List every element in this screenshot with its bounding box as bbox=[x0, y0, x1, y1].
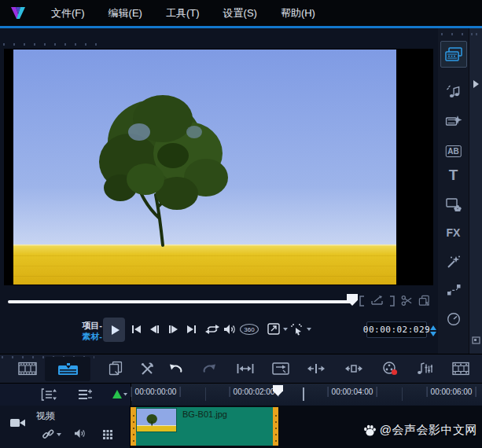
video-frame bbox=[4, 49, 433, 285]
sidebar-filter-button[interactable]: FX bbox=[447, 226, 461, 239]
app-window: 文件(F) 编辑(E) 工具(T) 设置(S) 帮助(H) bbox=[0, 0, 482, 448]
project-mode-button[interactable]: 项目- bbox=[66, 320, 102, 331]
mark-in-button[interactable] bbox=[359, 296, 365, 307]
timeline-toolbar bbox=[0, 354, 482, 383]
resize-mode-button[interactable] bbox=[267, 323, 288, 336]
select-mode-button[interactable] bbox=[291, 323, 311, 336]
track-tools bbox=[0, 384, 131, 406]
watermark: @会声会影中文网 bbox=[363, 423, 477, 438]
timecode-display[interactable]: 00:00:02:029 bbox=[366, 321, 427, 338]
render-button[interactable] bbox=[382, 362, 398, 376]
track-manager-button[interactable] bbox=[78, 388, 92, 401]
range-button[interactable] bbox=[272, 362, 289, 375]
clip-thumbnail bbox=[136, 408, 177, 432]
go-to-end-button[interactable] bbox=[187, 324, 197, 335]
trim-button[interactable] bbox=[370, 296, 384, 306]
copy-button[interactable] bbox=[109, 362, 123, 376]
sidebar-media-button[interactable] bbox=[440, 41, 467, 68]
play-icon bbox=[112, 325, 120, 335]
snapshot-button[interactable] bbox=[418, 295, 430, 307]
menu-tools[interactable]: 工具(T) bbox=[154, 0, 212, 26]
go-to-start-button[interactable] bbox=[131, 324, 141, 335]
clip-mode-button[interactable]: 素材- bbox=[66, 331, 102, 342]
spinner-up-icon bbox=[430, 322, 436, 330]
tools-button[interactable] bbox=[140, 362, 154, 376]
menu-edit[interactable]: 编辑(E) bbox=[97, 0, 154, 26]
timecode-spinner[interactable] bbox=[430, 322, 436, 340]
next-frame-button[interactable] bbox=[168, 324, 178, 335]
ripple-edit-button[interactable] bbox=[307, 363, 325, 374]
redo-button[interactable] bbox=[202, 363, 216, 375]
timeline-clip[interactable]: BG-B01.jpg bbox=[131, 407, 278, 446]
ruler-label-1: 00:00:02:00 bbox=[230, 387, 279, 397]
panel-corner-icon bbox=[472, 336, 480, 344]
sidebar-ab-transition-button[interactable]: AB bbox=[445, 145, 461, 157]
preview-panel: 项目- 素材- 360 bbox=[0, 28, 438, 354]
split-clip-button[interactable] bbox=[401, 295, 413, 307]
previous-frame-button[interactable] bbox=[150, 324, 160, 335]
panel-grip-dots[interactable] bbox=[3, 43, 102, 46]
strip-grip-dots bbox=[471, 33, 480, 35]
clip-name: BG-B01.jpg bbox=[182, 409, 227, 419]
video-track-icon bbox=[9, 417, 26, 428]
menu-file[interactable]: 文件(F) bbox=[39, 0, 97, 26]
video-track-lane[interactable]: BG-B01.jpg @会声会影中文网 bbox=[131, 406, 482, 448]
playback-controls: 项目- 素材- 360 bbox=[0, 317, 438, 351]
clip-trim-handle-right[interactable] bbox=[273, 407, 278, 446]
ruler-label-3: 00:00:06:00 bbox=[427, 387, 476, 397]
track-transparency-button[interactable] bbox=[103, 430, 112, 439]
ruler-label-2: 00:00:04:00 bbox=[328, 387, 377, 397]
track-list-button[interactable] bbox=[41, 388, 57, 401]
sidebar-overlay-button[interactable] bbox=[446, 197, 462, 211]
fit-project-button[interactable] bbox=[237, 363, 254, 374]
app-logo-icon bbox=[9, 6, 27, 21]
chroma-key-button[interactable] bbox=[112, 389, 127, 400]
timeline-ruler[interactable]: 00:00:00:00 00:00:02:00 00:00:04:00 00:0… bbox=[131, 384, 482, 406]
repeat-button[interactable] bbox=[205, 324, 219, 335]
sidebar-speed-button[interactable] bbox=[447, 312, 461, 326]
scrubber-track[interactable] bbox=[8, 300, 352, 303]
sound-mixer-button[interactable] bbox=[417, 362, 432, 376]
mark-out-button[interactable] bbox=[389, 296, 396, 307]
clip-trim-handle-left[interactable] bbox=[131, 407, 136, 446]
track-expand-button[interactable] bbox=[345, 363, 362, 374]
track-row: 视频 bbox=[0, 406, 482, 448]
view-360-button[interactable]: 360 bbox=[240, 324, 259, 335]
ruler-label-0: 00:00:00:00 bbox=[131, 387, 181, 397]
media-convert-button[interactable] bbox=[452, 362, 469, 376]
play-button[interactable] bbox=[103, 318, 125, 342]
undo-button[interactable] bbox=[169, 363, 183, 375]
sidebar-instant-effect-button[interactable] bbox=[447, 255, 461, 269]
library-sidebar: AB T FX bbox=[438, 28, 482, 354]
menu-help[interactable]: 帮助(H) bbox=[269, 0, 327, 26]
timeline-view-button[interactable] bbox=[45, 357, 90, 381]
sidebar-motion-path-button[interactable] bbox=[447, 284, 461, 296]
spinner-down-icon bbox=[430, 332, 436, 340]
watermark-text: @会声会影中文网 bbox=[380, 423, 477, 438]
menu-bar: 文件(F) 编辑(E) 工具(T) 设置(S) 帮助(H) bbox=[0, 0, 482, 26]
track-label: 视频 bbox=[36, 409, 55, 423]
preview-image bbox=[13, 50, 396, 285]
sidebar-title-button[interactable]: T bbox=[449, 167, 458, 184]
storyboard-view-button[interactable] bbox=[18, 362, 37, 376]
sidebar-audio-button[interactable] bbox=[446, 85, 461, 98]
video-track-header: 视频 bbox=[0, 406, 131, 448]
paw-logo-icon bbox=[363, 424, 377, 437]
ruler-row: 00:00:00:00 00:00:02:00 00:00:04:00 00:0… bbox=[0, 383, 482, 406]
collapse-arrow-icon[interactable] bbox=[473, 80, 482, 88]
panel-collapse-strip[interactable] bbox=[469, 28, 482, 354]
volume-button[interactable] bbox=[223, 324, 236, 335]
track-mute-button[interactable] bbox=[74, 428, 86, 439]
sidebar-transition-button[interactable] bbox=[445, 115, 462, 128]
link-toggle-button[interactable] bbox=[42, 428, 61, 440]
sidebar-grip-dots[interactable] bbox=[441, 33, 466, 35]
scrubber-handle[interactable] bbox=[347, 294, 358, 306]
menu-settings[interactable]: 设置(S) bbox=[212, 0, 269, 26]
